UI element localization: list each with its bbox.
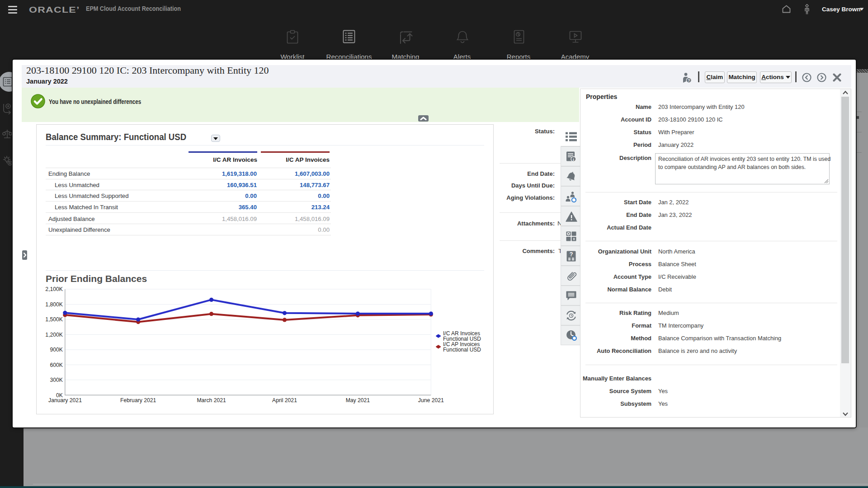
svg-text:1,200K: 1,200K (45, 332, 63, 338)
svg-text:2,100K: 2,100K (45, 286, 63, 292)
svg-text:January 2021: January 2021 (48, 397, 82, 404)
svg-text:300K: 300K (50, 377, 63, 383)
svg-text:1,500K: 1,500K (45, 316, 63, 323)
svg-text:Functional USD: Functional USD (443, 347, 481, 353)
svg-text:1,800K: 1,800K (45, 301, 63, 308)
svg-text:April 2021: April 2021 (272, 397, 297, 404)
svg-text:May 2021: May 2021 (346, 397, 370, 404)
svg-text:February 2021: February 2021 (120, 397, 156, 404)
svg-text:June 2021: June 2021 (418, 397, 444, 404)
svg-text:900K: 900K (50, 347, 63, 353)
svg-text:600K: 600K (50, 362, 63, 368)
svg-text:?: ? (688, 78, 690, 83)
svg-text:March 2021: March 2021 (197, 397, 226, 404)
